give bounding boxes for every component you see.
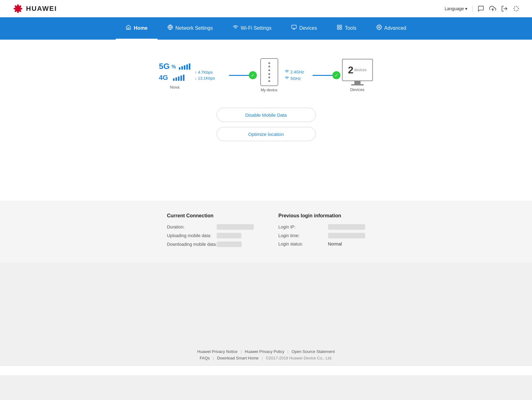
top-header: HUAWEI Language ▾ <box>0 0 532 17</box>
login-ip-value <box>328 224 365 230</box>
signal-4g-row: 4G <box>159 74 184 82</box>
nav-advanced-label: Advanced <box>384 25 406 31</box>
login-time-label: Login time: <box>279 233 328 238</box>
wifi-icon <box>233 24 238 32</box>
network-diagram: 5G % 4G <box>158 58 374 92</box>
footer-copyright: ©2017-2019 Huawei Device Co., Ltd. <box>266 356 332 360</box>
footer-privacy-notice[interactable]: Huawei Privacy Notice <box>197 349 237 354</box>
spacer <box>0 263 532 343</box>
monitor-image: 2 devices <box>342 59 373 81</box>
wifi-24ghz-label: 2.4GHz <box>291 70 304 74</box>
up-arrow-icon: ↑ <box>195 70 197 75</box>
header-right: Language ▾ <box>445 5 520 12</box>
downloading-value <box>217 241 242 247</box>
settings-spin-icon-button[interactable] <box>513 5 520 12</box>
gear-icon <box>376 24 382 32</box>
down-arrow-icon: ↓ <box>195 76 197 80</box>
footer-faqs[interactable]: FAQs <box>200 356 210 360</box>
downloading-row: Downloading mobile data: <box>167 241 254 247</box>
devices-block: 2 devices Devices <box>340 59 374 92</box>
upload-icon <box>489 5 496 12</box>
footer-privacy-policy[interactable]: Huawei Privacy Policy <box>245 349 284 354</box>
action-buttons: Disable Mobile Data Optimize location <box>217 108 316 141</box>
svg-rect-18 <box>340 28 342 29</box>
nav-item-wifi-settings[interactable]: Wi-Fi Settings <box>223 17 282 40</box>
nav-item-tools[interactable]: Tools <box>327 17 366 40</box>
svg-point-19 <box>378 27 380 28</box>
nav-wifi-label: Wi-Fi Settings <box>241 25 272 31</box>
monitor-base <box>351 84 364 85</box>
previous-login-title: Previous login information <box>279 213 365 219</box>
logout-icon-button[interactable] <box>501 5 508 12</box>
check-circle-right: ✓ <box>332 71 340 79</box>
nav-home-label: Home <box>134 25 147 31</box>
devices-icon <box>291 24 297 32</box>
monitor-stand <box>354 81 361 84</box>
brand-name: HUAWEI <box>26 5 57 13</box>
svg-rect-17 <box>337 28 339 29</box>
wifi-5ghz-row: 5GHz <box>285 76 301 81</box>
nav-network-label: Network Settings <box>175 25 213 31</box>
nav-item-advanced[interactable]: Advanced <box>366 17 416 40</box>
bottom-bar <box>0 365 532 375</box>
nav-tools-label: Tools <box>345 25 356 31</box>
signal-4g-label: 4G <box>159 74 168 82</box>
upload-speed-row: ↑ 4.7Kbps <box>195 70 213 75</box>
login-status-value: Normal <box>328 241 342 246</box>
globe-icon <box>167 24 173 32</box>
footer-links-row1: Huawei Privacy Notice | Huawei Privacy P… <box>0 349 532 354</box>
router-label: My device <box>261 88 277 92</box>
wifi-block: 2.4GHz 5GHz <box>285 69 309 82</box>
current-connection-title: Current Connection <box>167 213 254 219</box>
footer-download-smart-home[interactable]: Download Smart Home <box>217 356 258 360</box>
check-circle-left: ✓ <box>249 71 257 79</box>
upload-speed-val: 4.7Kbps <box>198 70 213 75</box>
nav-item-devices[interactable]: Devices <box>281 17 327 40</box>
current-connection-panel: Current Connection Duration: Uploading m… <box>167 213 254 250</box>
footer-links-row2: FAQs | Download Smart Home | ©2017-2019 … <box>0 356 532 360</box>
footer: Huawei Privacy Notice | Huawei Privacy P… <box>0 343 532 365</box>
uploading-row: Uploading mobile data: <box>167 233 254 238</box>
uploading-value <box>217 233 241 238</box>
signal-block: 5G % 4G <box>158 61 192 89</box>
main-content: 5G % 4G <box>0 40 532 201</box>
wifi-24ghz-row: 2.4GHz <box>285 69 304 75</box>
footer-open-source[interactable]: Open Source Statement <box>292 349 335 354</box>
svg-rect-14 <box>292 25 296 28</box>
optimize-location-button[interactable]: Optimize location <box>217 127 316 141</box>
nav-item-network-settings[interactable]: Network Settings <box>158 17 223 40</box>
router-image <box>260 58 278 86</box>
login-status-row: Login status: Normal <box>279 241 365 246</box>
wifi-24-icon <box>285 69 289 75</box>
wifi-5ghz-label: 5GHz <box>291 76 301 81</box>
login-status-label: Login status: <box>279 241 328 246</box>
downloading-label: Downloading mobile data: <box>167 242 217 247</box>
spin-icon <box>513 5 520 12</box>
message-icon-button[interactable] <box>478 5 484 12</box>
login-time-value <box>328 233 365 238</box>
logout-icon <box>501 5 508 12</box>
nav-item-home[interactable]: Home <box>116 17 157 40</box>
bars-5g <box>179 63 190 70</box>
line-right <box>313 75 332 76</box>
disable-mobile-data-button[interactable]: Disable Mobile Data <box>217 108 316 122</box>
devices-word: devices <box>354 68 367 72</box>
svg-rect-16 <box>340 25 342 27</box>
download-speed-row: ↓ 13.1Kbps <box>195 76 215 80</box>
svg-rect-15 <box>337 25 339 27</box>
svg-rect-10 <box>128 28 129 29</box>
download-speed-val: 13.1Kbps <box>198 76 215 80</box>
login-ip-row: Login IP: <box>279 224 365 230</box>
header-divider <box>472 6 473 12</box>
devices-count: 2 <box>348 65 353 75</box>
upload-icon-button[interactable] <box>489 5 496 12</box>
device-name-label: Nova <box>170 85 179 89</box>
message-icon <box>478 5 484 12</box>
tools-icon <box>337 24 342 32</box>
duration-label: Duration: <box>167 224 217 229</box>
language-button[interactable]: Language ▾ <box>445 6 467 11</box>
info-section: Current Connection Duration: Uploading m… <box>0 201 532 263</box>
nav-bar: Home Network Settings Wi-Fi Settings <box>0 17 532 40</box>
duration-row: Duration: <box>167 224 254 230</box>
router-block: My device <box>257 58 282 92</box>
